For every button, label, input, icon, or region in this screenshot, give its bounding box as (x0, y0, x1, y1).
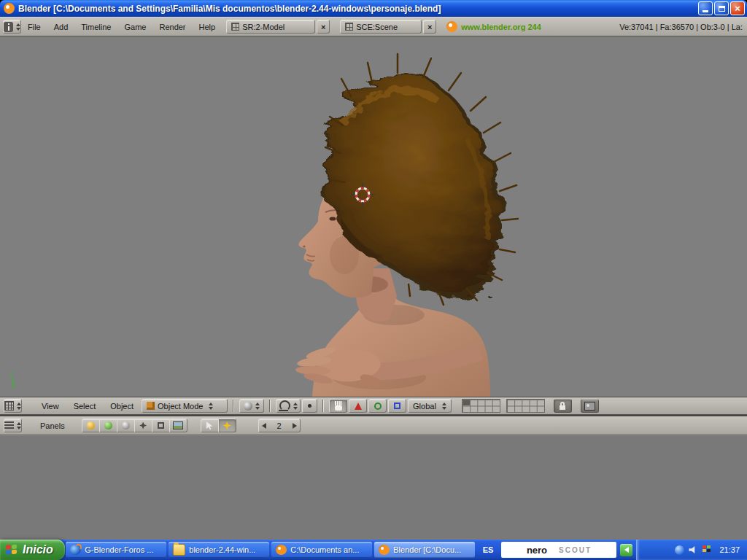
render-preview-button[interactable] (581, 399, 599, 413)
display-icon[interactable] (703, 545, 712, 554)
layer-buttons-group-2[interactable] (506, 399, 545, 413)
task-label: blender-2.44-win... (189, 545, 255, 554)
subcontext-button-group (201, 419, 236, 432)
browse-icon (231, 23, 239, 31)
separator (268, 400, 272, 412)
context-logic-button[interactable] (82, 419, 100, 432)
scene-selector-value: SCE:Scene (356, 23, 398, 31)
messenger-icon[interactable] (675, 545, 684, 555)
mode-dropdown-value: Object Mode (158, 402, 203, 411)
menu-object[interactable]: Object (104, 402, 140, 411)
title-bar[interactable]: Blender [C:\Documents and Settings\Famil… (0, 0, 747, 17)
translate-manipulator-button[interactable] (349, 399, 367, 413)
nero-scout-bar[interactable]: nero SCOUT (501, 542, 616, 558)
screen-selector-value: SR:2-Model (242, 23, 285, 31)
scale-manipulator-button[interactable] (388, 399, 406, 413)
hand-icon (334, 401, 343, 411)
window-controls: × (698, 1, 745, 15)
pivot-dropdown[interactable] (276, 399, 301, 413)
hide-icons-chevron[interactable] (620, 544, 632, 556)
spinner-arrows-icon (17, 422, 21, 429)
screen-clear-button[interactable]: × (317, 20, 330, 34)
scene-stats: Ve:37041 | Fa:36570 | Ob:3-0 | La: (619, 23, 744, 31)
menu-add[interactable]: Add (47, 23, 75, 31)
nero-product: SCOUT (559, 546, 592, 554)
info-header: File Add Timeline Game Render Help SR:2-… (0, 17, 747, 36)
context-script-button[interactable] (99, 419, 117, 432)
orientation-value: Global (413, 402, 436, 411)
frame-increment-arrow[interactable] (293, 423, 297, 429)
menu-timeline[interactable]: Timeline (74, 23, 117, 31)
character-model (0, 36, 747, 397)
editor-type-button[interactable] (3, 20, 21, 34)
spinner-arrows-icon (17, 402, 21, 410)
taskbar-clock: 21:37 (719, 545, 740, 554)
draw-type-dropdown[interactable] (239, 399, 264, 413)
context-scene-button[interactable] (169, 419, 187, 432)
chevron-left-icon (624, 547, 629, 553)
task-label: C:\Documents an... (290, 545, 359, 554)
physics-subcontext-button[interactable] (218, 419, 236, 432)
context-object-button[interactable] (134, 419, 152, 432)
manipulator-toggle-button[interactable] (329, 399, 347, 413)
context-editing-button[interactable] (152, 419, 170, 432)
taskbar-task-browser[interactable]: G-Blender-Foros ... (66, 542, 166, 558)
close-button[interactable]: × (730, 1, 745, 15)
maximize-button[interactable] (714, 1, 729, 15)
particles-icon (222, 421, 231, 430)
menu-view[interactable]: View (35, 402, 66, 411)
viewport-3d[interactable]: z (0, 36, 747, 397)
scale-icon (394, 402, 400, 409)
layer-buttons-group-1[interactable] (462, 399, 500, 413)
task-label: Blender [C:\Docu... (393, 545, 461, 554)
frame-value: 2 (277, 421, 282, 430)
separator (231, 400, 236, 412)
manipulate-centers-button[interactable] (302, 399, 317, 413)
blender-task-icon (379, 545, 390, 555)
buttons-editor-type-button[interactable] (4, 419, 22, 432)
spinner-arrows-icon (255, 402, 260, 410)
object-mode-icon (147, 402, 155, 410)
volume-icon[interactable] (689, 545, 698, 554)
screen-selector[interactable]: SR:2-Model (226, 20, 315, 34)
menu-render[interactable]: Render (152, 23, 192, 31)
buttons-panel-area[interactable] (0, 435, 747, 540)
taskbar-task-folder[interactable]: blender-2.44-win... (169, 542, 269, 558)
frame-stepper[interactable]: 2 (258, 419, 301, 432)
blender-brand[interactable]: www.blender.org 244 (446, 21, 541, 32)
lock-layers-button[interactable] (554, 399, 572, 413)
start-button[interactable]: Inicio (0, 540, 65, 560)
separator (321, 400, 325, 412)
mode-dropdown[interactable]: Object Mode (142, 399, 228, 413)
menu-game[interactable]: Game (117, 23, 152, 31)
axis-line (12, 378, 14, 388)
menu-panels[interactable]: Panels (34, 421, 71, 430)
info-icon (4, 22, 13, 32)
scene-icon (173, 421, 183, 429)
frame-decrement-arrow[interactable] (262, 423, 266, 429)
menu-file[interactable]: File (21, 23, 47, 31)
rotate-manipulator-button[interactable] (368, 399, 387, 413)
blender-logo-icon (446, 21, 457, 32)
orientation-dropdown[interactable]: Global (408, 399, 452, 413)
minimize-icon (703, 10, 708, 12)
maximize-icon (719, 6, 725, 12)
menu-help[interactable]: Help (193, 23, 222, 31)
scene-selector[interactable]: SCE:Scene (340, 20, 422, 34)
draw-type-solid-icon (244, 402, 252, 411)
pointer-icon (206, 421, 213, 429)
nero-brand: nero (527, 545, 547, 556)
scene-clear-button[interactable]: × (423, 20, 436, 34)
viewport-editor-type-button[interactable] (4, 399, 22, 413)
taskbar-task-documents[interactable]: C:\Documents an... (271, 542, 372, 558)
language-indicator[interactable]: ES (476, 540, 500, 560)
minimize-button[interactable] (698, 1, 713, 15)
spinner-arrows-icon (209, 402, 213, 410)
windows-logo-icon (6, 544, 18, 556)
shading-icon (122, 421, 130, 429)
object-subcontext-button[interactable] (201, 419, 219, 432)
taskbar-task-blender-active[interactable]: Blender [C:\Docu... (374, 542, 475, 558)
context-shading-button[interactable] (117, 419, 135, 432)
menu-select[interactable]: Select (67, 402, 103, 411)
lock-icon (560, 405, 565, 410)
